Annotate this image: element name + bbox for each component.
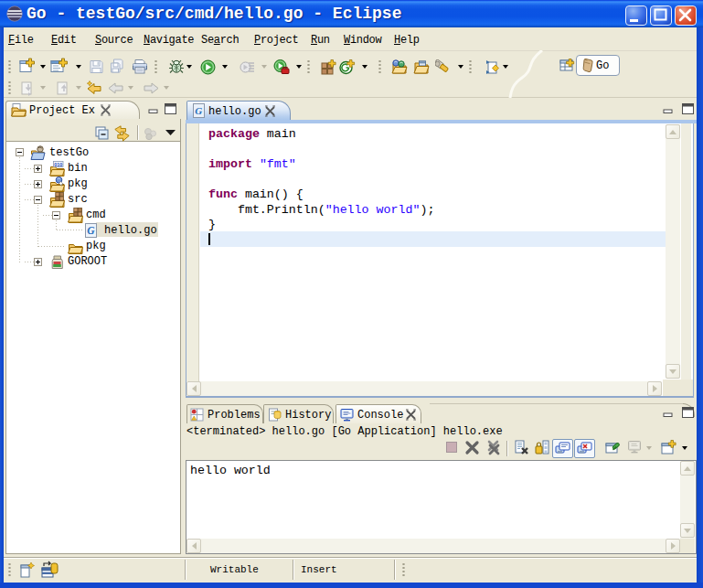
svg-text:G: G xyxy=(195,105,202,116)
svg-text:010: 010 xyxy=(54,162,62,167)
svg-text:G: G xyxy=(87,225,95,236)
